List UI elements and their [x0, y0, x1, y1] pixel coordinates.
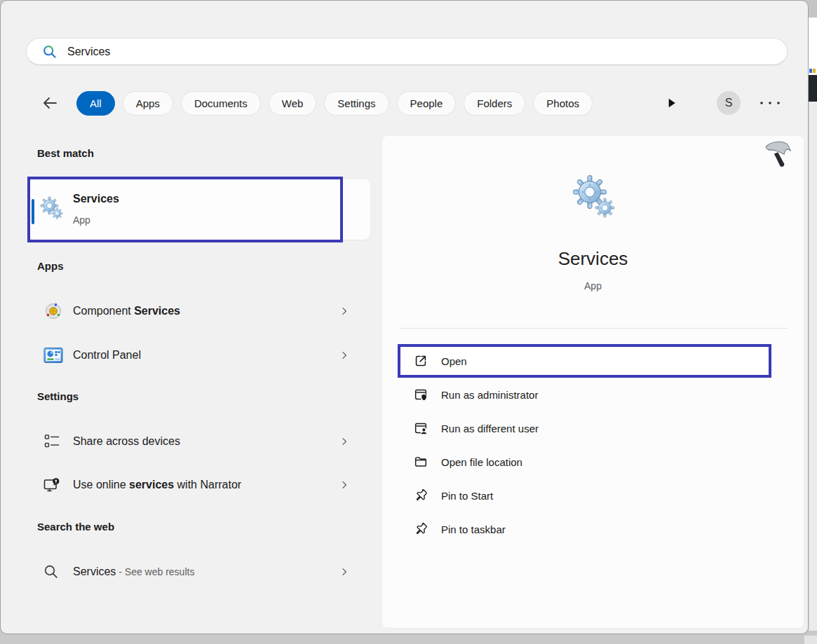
background-sliver-light: [809, 102, 817, 631]
back-arrow-icon: [40, 93, 60, 113]
filter-chip-settings[interactable]: Settings: [324, 91, 389, 116]
filter-chip-web[interactable]: Web: [269, 91, 317, 116]
action-open-file-location[interactable]: Open file location: [382, 445, 771, 479]
share-across-devices-icon: [43, 432, 61, 451]
ellipsis-icon: [758, 100, 782, 106]
pin-icon: [413, 488, 428, 503]
web-search-icon: [43, 563, 60, 580]
chevron-right-icon: [339, 306, 350, 317]
background-sliver-white: [809, 18, 817, 67]
divider: [399, 328, 788, 329]
action-open[interactable]: Open: [382, 344, 771, 378]
action-label: Run as different user: [441, 423, 539, 434]
filter-chip-apps[interactable]: Apps: [123, 91, 173, 116]
run-as-admin-icon: [413, 387, 428, 402]
chevron-right-icon: [339, 479, 350, 491]
result-control-panel[interactable]: Control Panel: [29, 336, 370, 375]
result-label: Use online services with Narrator: [73, 479, 241, 491]
filter-chip-photos[interactable]: Photos: [533, 91, 593, 116]
search-icon: [42, 44, 58, 60]
filter-chips: All Apps Documents Web Settings People F…: [76, 88, 593, 118]
section-header-search-the-web: Search the web: [37, 521, 114, 533]
background-sliver-dark: [809, 75, 817, 102]
result-component-services[interactable]: Component Services: [29, 292, 370, 331]
chevron-right-icon: [339, 566, 350, 577]
action-run-as-different-user[interactable]: Run as different user: [382, 411, 771, 445]
result-share-across-devices[interactable]: Share across devices: [29, 422, 370, 461]
result-label: Share across devices: [73, 435, 180, 448]
action-label: Open file location: [441, 456, 522, 468]
action-label: Open: [441, 355, 467, 367]
section-header-settings: Settings: [37, 390, 79, 402]
chevron-right-icon: [339, 436, 350, 447]
filter-chip-all[interactable]: All: [76, 91, 115, 116]
result-label: Control Panel: [73, 349, 141, 362]
pin-icon: [413, 521, 428, 537]
background-window-sliver: [809, 0, 817, 644]
action-label: Pin to Start: [441, 490, 493, 502]
background-content-sliver: [809, 67, 817, 75]
back-button[interactable]: [39, 92, 61, 114]
best-match-title: Services: [73, 193, 119, 205]
section-header-best-match: Best match: [37, 147, 94, 159]
preview-subtitle: App: [382, 280, 804, 292]
account-avatar[interactable]: S: [717, 91, 741, 115]
windows-search-flyout: All Apps Documents Web Settings People F…: [0, 0, 809, 634]
action-pin-to-taskbar[interactable]: Pin to taskbar: [382, 512, 771, 546]
filter-chip-folders[interactable]: Folders: [464, 91, 525, 116]
section-header-apps: Apps: [37, 260, 64, 272]
result-web-search-services[interactable]: Services - See web results: [29, 552, 370, 591]
action-pin-to-start[interactable]: Pin to Start: [382, 479, 771, 512]
result-use-online-services-narrator[interactable]: Use online services with Narrator: [29, 465, 370, 505]
background-sliver-gray: [809, 0, 817, 18]
preview-panel: Services App Open Run as administrator: [382, 135, 804, 629]
narrator-icon: [43, 476, 61, 494]
best-match-subtitle: App: [73, 214, 90, 226]
chips-overflow-button[interactable]: [661, 94, 681, 112]
more-options-button[interactable]: [757, 97, 783, 109]
open-external-icon: [413, 353, 428, 369]
chevron-right-icon: [339, 350, 350, 361]
preview-title: Services: [382, 248, 804, 270]
services-gears-icon-large: [570, 174, 616, 220]
result-label: Component Services: [73, 305, 180, 317]
search-input[interactable]: [67, 46, 734, 58]
action-label: Run as administrator: [441, 389, 538, 401]
run-as-user-icon: [413, 420, 428, 436]
selection-accent-bar: [32, 199, 34, 224]
play-arrow-icon: [664, 96, 678, 110]
search-bar: [26, 38, 788, 65]
services-gears-icon: [39, 196, 65, 221]
filter-chip-people[interactable]: People: [397, 91, 457, 116]
control-panel-icon: [43, 345, 64, 366]
screenshot-stage: All Apps Documents Web Settings People F…: [0, 0, 817, 644]
component-services-icon: [43, 301, 64, 322]
hammer-cursor-icon: [759, 137, 795, 170]
result-label: Services - See web results: [73, 566, 194, 578]
background-bottom-strip: [0, 634, 817, 644]
filter-chip-documents[interactable]: Documents: [181, 91, 261, 116]
folder-icon: [413, 454, 428, 470]
best-match-result-services[interactable]: [29, 179, 370, 240]
background-bottom-corner: [804, 636, 817, 644]
action-label: Pin to taskbar: [441, 523, 506, 535]
action-run-as-administrator[interactable]: Run as administrator: [382, 378, 771, 411]
